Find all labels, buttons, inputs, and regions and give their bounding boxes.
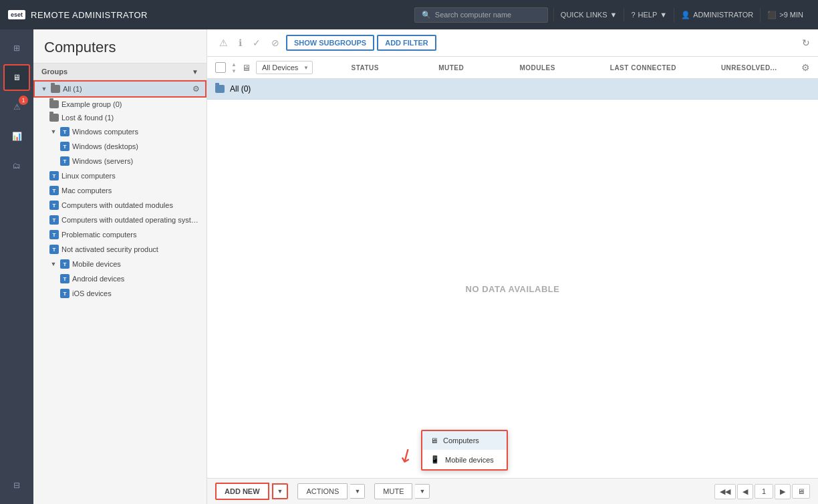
t-linux-icon: T — [49, 171, 59, 180]
all-row-label: All (0) — [230, 84, 251, 94]
session-label: >9 MIN — [779, 11, 803, 19]
add-new-button[interactable]: ADD NEW — [215, 483, 269, 500]
warning-toolbar-btn[interactable]: ⚠ — [215, 35, 232, 51]
tree-item-windows-desktops[interactable]: T Windows (desktops) — [33, 139, 207, 154]
tree-item-windows-computers[interactable]: ▼ T Windows computers — [33, 124, 207, 139]
search-placeholder: Search computer name — [435, 11, 511, 19]
actions-button[interactable]: ACTIONS — [297, 483, 348, 499]
tree-item-outdated-modules[interactable]: T Computers with outdated modules — [33, 198, 207, 213]
sort-down-icon: ▼ — [231, 68, 237, 74]
tree-item-android[interactable]: T Android devices — [33, 271, 207, 286]
popup-item-mobile[interactable]: 📱 Mobile devices — [422, 450, 507, 469]
reports-icon: 📊 — [12, 132, 22, 141]
tree-item-lost-found[interactable]: Lost & found (1) — [33, 111, 207, 124]
refresh-button[interactable]: ↻ — [802, 37, 810, 48]
sidebar-item-reports[interactable]: 📊 — [3, 123, 30, 150]
check-toolbar-btn[interactable]: ✓ — [249, 35, 265, 51]
expand-icon: ⊟ — [13, 481, 20, 490]
t-servers-icon: T — [60, 156, 70, 166]
tree-item-mobile[interactable]: ▼ T Mobile devices — [33, 257, 207, 271]
tasks-icon: 🗂 — [13, 161, 21, 170]
sidebar-item-expand[interactable]: ⊟ — [3, 472, 30, 499]
eset-logo-text: eset — [8, 10, 25, 19]
page-first-button[interactable]: ◀◀ — [714, 484, 736, 499]
tree-item-windows-label: Windows computers — [72, 128, 138, 136]
tree-item-linux[interactable]: T Linux computers — [33, 168, 207, 183]
tree-item-windows-servers[interactable]: T Windows (servers) — [33, 154, 207, 168]
col-header-status: STATUS — [318, 64, 412, 72]
popup-item-computers[interactable]: 🖥 Computers — [422, 431, 507, 450]
dashboard-icon: ⊞ — [13, 43, 20, 53]
col-header-modules: MODULES — [491, 64, 585, 72]
folder-example-icon — [49, 100, 59, 108]
session-button[interactable]: ⬛ >9 MIN — [760, 8, 810, 22]
groups-header: Groups ▼ — [33, 63, 207, 80]
groups-header-label: Groups — [41, 68, 67, 76]
no-data-message: NO DATA AVAILABLE — [207, 100, 818, 478]
help-button[interactable]: ? HELP ▼ — [624, 8, 674, 21]
quick-links-button[interactable]: QUICK LINKS ▼ — [553, 8, 624, 21]
tree-item-all[interactable]: ▼ All (1) ⚙ — [33, 80, 207, 98]
info-toolbar-btn[interactable]: ℹ — [235, 35, 246, 51]
add-new-dropdown-button[interactable]: ▼ — [272, 483, 289, 499]
select-all-checkbox[interactable] — [215, 62, 226, 73]
t-not-activated-icon: T — [49, 245, 59, 254]
t-outdated-os-icon: T — [49, 215, 59, 225]
page-prev-button[interactable]: ◀ — [737, 484, 753, 499]
tree-item-servers-label: Windows (servers) — [72, 157, 133, 165]
col-header-muted: MUTED — [412, 64, 491, 72]
page-monitor-button[interactable]: 🖥 — [792, 484, 810, 499]
tree-item-lost-label: Lost & found (1) — [61, 114, 114, 122]
tree-item-outdated-os[interactable]: T Computers with outdated operating syst… — [33, 213, 207, 227]
groups-dropdown-button[interactable]: ▼ — [192, 68, 198, 76]
device-filter-select[interactable]: All Devices — [256, 61, 313, 74]
t-desktops-icon: T — [60, 142, 70, 151]
mute-dropdown-button[interactable]: ▼ — [415, 484, 430, 499]
sidebar-item-dashboard[interactable]: ⊞ — [3, 35, 30, 61]
help-label: HELP — [638, 11, 658, 19]
search-bar[interactable]: 🔍 Search computer name — [414, 7, 548, 23]
t-android-icon: T — [60, 274, 70, 283]
t-mac-icon: T — [49, 186, 59, 195]
block-toolbar-btn[interactable]: ⊘ — [267, 35, 283, 51]
tree-item-example-group[interactable]: Example group (0) — [33, 98, 207, 111]
expand-windows-icon: ▼ — [49, 128, 57, 136]
column-header-bar: ▲ ▼ 🖥 All Devices STATUS MUTED MODULES L… — [207, 57, 818, 79]
tree-item-ios-label: iOS devices — [72, 289, 112, 297]
tree-item-ios[interactable]: T iOS devices — [33, 286, 207, 301]
page-number: 1 — [755, 484, 773, 499]
content-area: ⚠ ℹ ✓ ⊘ SHOW SUBGROUPS ADD FILTER ↻ ▲ ▼ … — [207, 29, 818, 504]
popup-mobile-icon: 📱 — [430, 455, 440, 464]
device-filter-wrapper: All Devices — [256, 61, 313, 74]
tree-item-problematic-label: Problematic computers — [61, 231, 137, 239]
expand-all-icon: ▼ — [40, 85, 48, 93]
navbar: eset REMOTE ADMINISTRATOR 🔍 Search compu… — [0, 0, 818, 29]
column-settings-button[interactable]: ⚙ — [801, 62, 810, 73]
tree-item-not-activated-label: Not activated security product — [61, 245, 158, 253]
sidebar-item-tasks[interactable]: 🗂 — [3, 152, 30, 179]
show-subgroups-button[interactable]: SHOW SUBGROUPS — [286, 35, 374, 51]
t-windows-icon: T — [60, 127, 70, 136]
gear-icon[interactable]: ⚙ — [192, 84, 200, 94]
sidebar-item-computers[interactable]: 🖥 — [3, 64, 30, 91]
tree-item-outdated-modules-label: Computers with outdated modules — [61, 201, 173, 209]
main-layout: ⊞ 🖥 ⚠ 1 📊 🗂 ⊟ Computers Groups ▼ ▼ — [0, 29, 818, 504]
alerts-badge: 1 — [19, 96, 28, 105]
tree-item-outdated-os-label: Computers with outdated operating system — [61, 216, 201, 224]
add-filter-button[interactable]: ADD FILTER — [377, 35, 436, 51]
sort-icons: ▲ ▼ — [231, 61, 237, 74]
folder-lost-icon — [49, 114, 59, 122]
sidebar-item-alerts[interactable]: ⚠ 1 — [3, 94, 30, 120]
page-next-button[interactable]: ▶ — [775, 484, 791, 499]
quick-links-chevron-icon: ▼ — [610, 11, 618, 19]
tree-item-all-label: All (1) — [63, 85, 82, 93]
actions-dropdown-button[interactable]: ▼ — [350, 484, 365, 499]
column-headers: STATUS MUTED MODULES LAST CONNECTED UNRE… — [318, 64, 796, 72]
tree-item-not-activated[interactable]: T Not activated security product — [33, 242, 207, 257]
computers-icon: 🖥 — [13, 73, 21, 82]
admin-button[interactable]: 👤 ADMINISTRATOR — [674, 8, 760, 22]
tree-item-problematic[interactable]: T Problematic computers — [33, 227, 207, 242]
mute-button[interactable]: MUTE — [374, 483, 412, 499]
all-row[interactable]: All (0) — [207, 79, 818, 100]
tree-item-mac[interactable]: T Mac computers — [33, 183, 207, 198]
